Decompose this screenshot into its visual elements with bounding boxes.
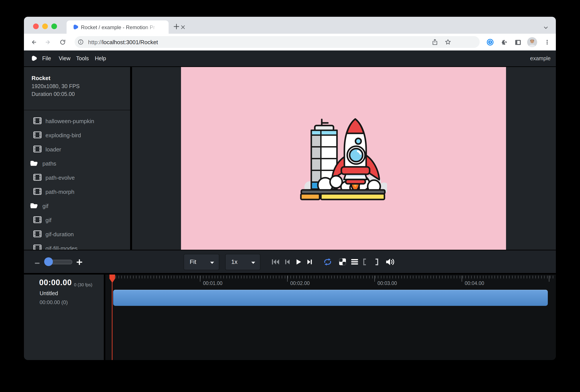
rocket-illustration [300,113,387,203]
back-icon[interactable] [30,39,37,46]
page-info-icon[interactable] [78,39,84,46]
share-icon[interactable] [432,38,438,46]
play-icon[interactable] [295,259,302,266]
ruler-label-1s: 00:01.00 [203,280,223,286]
sidebar-item-gif[interactable]: gif [24,213,130,227]
sidebar-item-path-evolve[interactable]: path-evolve [24,170,130,185]
new-tab-button[interactable] [173,23,180,30]
preview-area [132,67,556,250]
menu-file[interactable]: File [42,50,51,66]
reload-icon[interactable] [59,39,66,46]
composition-duration: Duration 00:05.00 [31,91,75,97]
transparency-checkerboard-icon[interactable] [339,258,346,266]
playhead-line[interactable] [112,274,113,360]
sidebar-item-gif-fill-modes[interactable]: gif-fill-modes [24,241,130,250]
skip-to-start-icon[interactable] [271,259,280,266]
timeline-zoom-slider-thumb[interactable] [44,257,53,266]
menu-tools[interactable]: Tools [76,50,89,66]
tab-strip: Rocket / example - Remotion Pr [24,17,556,34]
track-start-label: 00:00.00 (0) [40,299,68,305]
open-folder-icon [30,160,38,167]
app-menu-bar: File View Tools Help example [24,50,556,66]
playback-speed-select[interactable]: 1x [225,254,260,270]
film-icon [33,174,41,182]
track-name: Untitled [40,290,58,296]
onepassword-extension-icon[interactable] [486,38,494,47]
url-host-path: localhost:3001/Rocket [102,39,158,45]
next-frame-icon[interactable] [306,259,313,266]
remotion-favicon-icon [72,24,78,31]
sidebar-item-halloween-pumpkin[interactable]: halloween-pumpkin [24,114,130,128]
film-icon [33,245,41,250]
tab-search-chevron-icon[interactable] [543,25,549,32]
sidebar-item-path-morph[interactable]: path-morph [24,185,130,199]
current-timecode: 00:00.00 [39,278,72,287]
browser-tab[interactable]: Rocket / example - Remotion Pr [67,20,169,34]
current-frame-label: 0 (30 fps) [74,282,92,287]
film-icon [33,188,41,196]
bookmark-star-icon[interactable] [444,39,451,47]
composition-name: Rocket [31,75,50,82]
zoom-in-icon[interactable] [76,259,83,267]
canvas-size-select[interactable]: Fit [184,254,219,270]
film-icon [33,230,41,238]
tab-title: Rocket / example - Remotion Pr [81,24,157,30]
ruler-label-4s: 00:04.00 [465,280,484,286]
playhead-marker[interactable] [109,274,116,284]
timeline-panel: 00:00.00 0 (30 fps) Untitled 00:00.00 (0… [24,274,556,360]
film-icon [33,131,41,139]
content-area: Rocket 1920x1080, 30 FPS Duration 00:05.… [24,67,556,250]
address-bar[interactable]: http://localhost:3001/Rocket [75,36,480,48]
composition-list: halloween-pumpkin exploding-bird loader … [24,110,130,250]
film-icon [33,145,41,153]
url-text: http://localhost:3001/Rocket [88,39,158,46]
sidebar-item-loader[interactable]: loader [24,142,130,156]
tab-close-icon[interactable] [180,24,186,30]
player-toolbar: Fit 1x [24,250,556,273]
sidebar-item-exploding-bird[interactable]: exploding-bird [24,128,130,142]
loop-toggle-icon[interactable] [323,258,332,267]
close-window-button[interactable] [33,23,39,29]
timeline-header: 00:00.00 0 (30 fps) Untitled 00:00.00 (0… [24,274,104,360]
film-icon [33,216,41,224]
extensions-puzzle-icon[interactable] [501,39,507,46]
menu-help[interactable]: Help [95,50,106,66]
forward-icon[interactable] [45,39,51,46]
remotion-logo-icon[interactable] [30,55,37,62]
video-canvas [181,67,506,250]
sidebar-item-gif-duration[interactable]: gif-duration [24,227,130,241]
in-point-bracket-icon[interactable] [362,259,367,266]
film-icon [33,117,41,125]
browser-toolbar: http://localhost:3001/Rocket [24,34,556,50]
minimize-window-button[interactable] [42,23,48,29]
timeline-rows-icon[interactable] [351,259,358,265]
chevron-down-icon [251,261,255,265]
out-point-bracket-icon[interactable] [375,259,379,266]
composition-specs: 1920x1080, 30 FPS [31,83,80,89]
browser-window: Rocket / example - Remotion Pr http://lo… [24,17,556,360]
browser-menu-dots-icon[interactable] [544,39,550,46]
timeline-track-area[interactable]: 00:01.00 00:02.00 00:03.00 00:04.00 [105,274,556,360]
sidebar-folder-gif[interactable]: gif [24,199,130,213]
screen: Rocket / example - Remotion Pr http://lo… [0,0,580,392]
sidebar-resize-handle[interactable] [130,67,132,250]
ruler-label-3s: 00:03.00 [377,280,397,286]
ruler-label-2s: 00:02.00 [290,280,310,286]
sequence-track-bar[interactable] [113,290,548,306]
open-folder-icon [30,202,38,210]
previous-frame-icon[interactable] [284,259,291,266]
volume-icon[interactable] [386,258,396,267]
timeline-ruler-ticks [113,276,556,278]
compositions-sidebar: Rocket 1920x1080, 30 FPS Duration 00:05.… [24,67,130,250]
chevron-down-icon [210,261,214,265]
fullscreen-window-button[interactable] [51,23,57,29]
sidebar-folder-paths[interactable]: paths [24,156,130,170]
project-name-label: example [530,50,551,66]
side-panel-icon[interactable] [515,39,521,47]
url-scheme: http:// [88,39,102,45]
menu-view[interactable]: View [59,50,70,66]
timeline-resize-handle[interactable] [104,274,105,360]
zoom-out-icon[interactable] [33,261,41,265]
profile-avatar[interactable] [527,37,537,48]
